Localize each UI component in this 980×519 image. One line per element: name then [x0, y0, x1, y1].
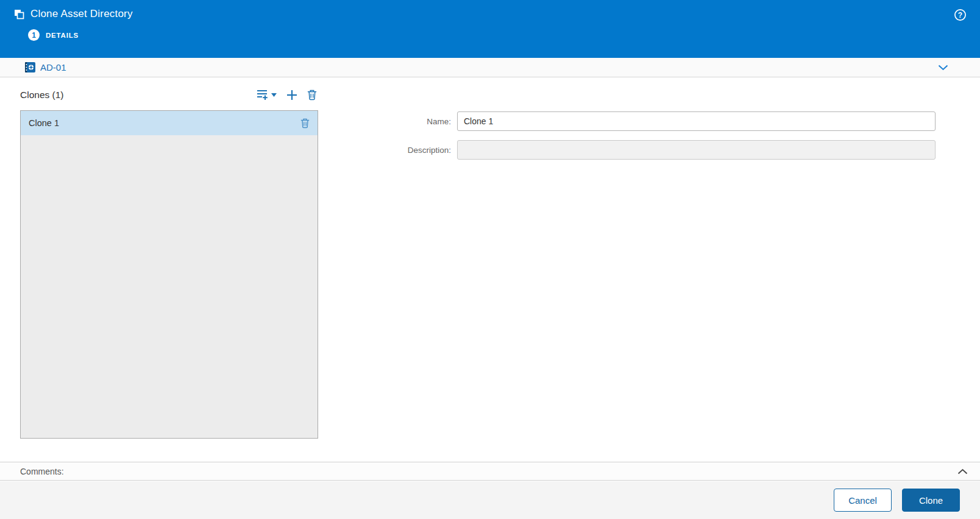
- list-item-label: Clone 1: [29, 118, 59, 128]
- title-row: Clone Asset Directory ?: [0, 0, 980, 20]
- clone-icon: [13, 9, 25, 20]
- dialog-title: Clone Asset Directory: [30, 8, 133, 20]
- clones-header-row: Clones (1): [20, 85, 318, 104]
- delete-clone-button[interactable]: [307, 89, 317, 101]
- description-row: Description:: [364, 140, 936, 160]
- asset-name: AD-01: [40, 62, 66, 72]
- asset-directory-icon: [24, 62, 36, 73]
- name-row: Name:: [364, 111, 936, 131]
- clones-heading: Clones (1): [20, 90, 64, 101]
- description-input[interactable]: [457, 140, 936, 160]
- chevron-up-icon[interactable]: [957, 468, 968, 475]
- name-label: Name:: [364, 117, 457, 126]
- dialog-header: Clone Asset Directory ? 1 DETAILS: [0, 0, 980, 58]
- clones-list: Clone 1: [20, 110, 318, 439]
- chevron-down-icon[interactable]: [938, 65, 948, 71]
- clones-toolbar: [257, 89, 318, 101]
- dialog-footer: Cancel Clone: [0, 481, 980, 519]
- asset-directory-row[interactable]: AD-01: [0, 58, 980, 77]
- add-multiple-button[interactable]: [257, 89, 277, 101]
- step-label[interactable]: DETAILS: [46, 32, 79, 39]
- clones-panel: Clones (1): [20, 85, 318, 439]
- wizard-steps: 1 DETAILS: [0, 29, 980, 41]
- clone-button[interactable]: Clone: [902, 489, 960, 512]
- add-clone-button[interactable]: [286, 90, 297, 101]
- list-item[interactable]: Clone 1: [21, 111, 318, 135]
- comments-bar[interactable]: Comments:: [0, 462, 980, 481]
- comments-label: Comments:: [20, 467, 64, 476]
- clone-details-form: Name: Description:: [364, 111, 936, 169]
- svg-text:?: ?: [958, 11, 962, 19]
- description-label: Description:: [364, 146, 457, 155]
- step-number-badge: 1: [28, 29, 40, 41]
- trash-icon[interactable]: [300, 118, 310, 129]
- caret-down-icon: [271, 93, 277, 97]
- cancel-button[interactable]: Cancel: [834, 489, 892, 512]
- name-input[interactable]: [457, 111, 936, 131]
- help-icon[interactable]: ?: [954, 9, 967, 21]
